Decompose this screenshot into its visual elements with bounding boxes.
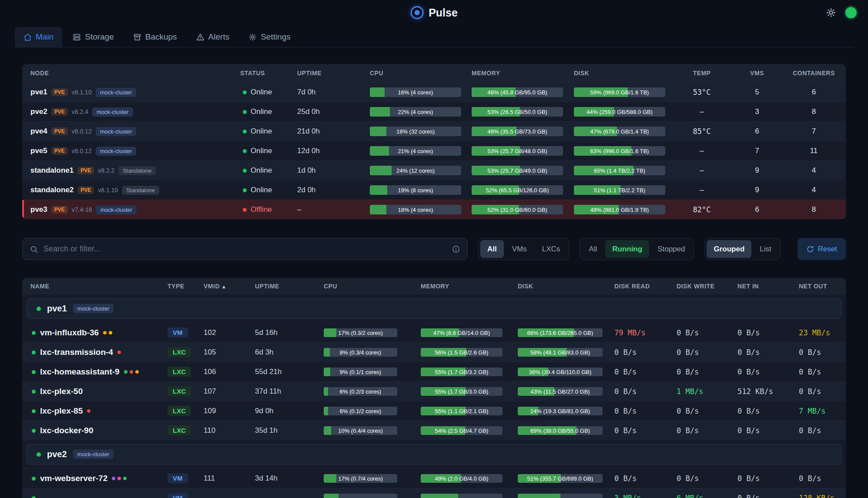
column-header-net-in[interactable]: NET IN xyxy=(733,283,794,290)
column-header-net-out[interactable]: NET OUT xyxy=(794,283,846,290)
sort-ascending-icon: ▲ xyxy=(221,284,226,289)
guest-type-badge: VM xyxy=(168,493,188,498)
refresh-icon xyxy=(806,245,814,253)
node-row[interactable]: pve5 PVE v8.0.12 mock-cluster Online 12d… xyxy=(22,141,846,160)
net-out-value: 0 B/s xyxy=(794,474,846,483)
column-header-disk-read[interactable]: DISK READ xyxy=(610,283,672,290)
node-row[interactable]: pve3 PVE v7.4-18 mock-cluster Offline – … xyxy=(22,200,846,219)
cpu-usage-bar: 24% (12 cores) xyxy=(370,166,461,175)
tab-storage[interactable]: Storage xyxy=(64,27,123,47)
guest-cpu-bar: 17% (0.3/2 cores) xyxy=(324,328,397,337)
node-row[interactable]: pve4 PVE v8.0.12 mock-cluster Online 21d… xyxy=(22,121,846,141)
node-group-header[interactable]: pve1 mock-cluster xyxy=(22,294,846,323)
group-cluster-badge: mock-cluster xyxy=(73,450,114,459)
filter-option-lxcs[interactable]: LXCs xyxy=(535,240,567,258)
disk-write-value: 0 B/s xyxy=(672,426,733,435)
guest-status-dot xyxy=(32,496,36,498)
column-header-vms[interactable]: VMS xyxy=(732,70,782,77)
node-row[interactable]: standalone1 PVE v8.2.2 Standalone Online… xyxy=(22,160,846,180)
reset-button[interactable]: Reset xyxy=(798,238,846,260)
node-name: standalone2 xyxy=(30,186,74,194)
column-header-name[interactable]: NAME xyxy=(22,283,163,290)
tab-backups[interactable]: Backups xyxy=(124,27,186,47)
guest-type-badge: VM xyxy=(168,328,188,338)
pve-badge: PVE xyxy=(77,186,94,194)
guest-uptime: 9d 0h xyxy=(251,407,319,415)
guest-row[interactable]: lxc-plex-50 LXC 107 37d 11h 6% (0.2/3 co… xyxy=(22,381,846,401)
column-header-guest-disk[interactable]: DISK xyxy=(513,283,610,290)
column-header-type[interactable]: TYPE xyxy=(163,283,199,290)
column-header-temp[interactable]: TEMP xyxy=(671,70,732,77)
guest-type-badge: LXC xyxy=(168,367,191,377)
alert-dot-green xyxy=(124,370,127,374)
node-row[interactable]: pve2 PVE v8.2.4 mock-cluster Online 25d … xyxy=(22,102,846,121)
guest-memory-bar: 56% (1.5 GB/2.6 GB) xyxy=(421,348,503,357)
node-temp: 85°C xyxy=(671,127,732,136)
guest-memory-bar: 49% (2.0 GB/4.0 GB) xyxy=(421,474,503,483)
cpu-usage-bar: 22% (4 cores) xyxy=(370,107,461,117)
guest-status-dot xyxy=(32,390,36,394)
column-header-containers[interactable]: CONTAINERS xyxy=(782,70,846,77)
tab-alerts[interactable]: Alerts xyxy=(188,27,238,47)
column-header-vmid[interactable]: VMID▲ xyxy=(199,283,251,290)
column-header-disk-write[interactable]: DISK WRITE xyxy=(672,283,733,290)
pulse-logo-icon xyxy=(410,6,423,19)
view-filter: GroupedList xyxy=(704,238,780,260)
column-header-guest-cpu[interactable]: CPU xyxy=(319,283,416,290)
column-header-status[interactable]: STATUS xyxy=(236,70,293,77)
status-dot xyxy=(243,208,247,212)
search-input[interactable] xyxy=(44,244,446,254)
node-temp: 82°C xyxy=(671,205,732,214)
filter-option-vms[interactable]: VMs xyxy=(505,240,534,258)
tab-main[interactable]: Main xyxy=(15,27,62,47)
pve-badge: PVE xyxy=(51,108,68,116)
filter-option-grouped[interactable]: Grouped xyxy=(707,240,751,258)
disk-read-value: 0 B/s xyxy=(610,387,672,396)
cluster-badge: mock-cluster xyxy=(96,127,137,136)
column-header-disk[interactable]: DISK xyxy=(570,70,671,77)
guest-row[interactable]: lxc-transmission-4 LXC 105 6d 3h 8% (0.3… xyxy=(22,342,846,362)
info-icon[interactable] xyxy=(452,245,460,254)
node-row[interactable]: pve1 PVE v8.1.10 mock-cluster Online 7d … xyxy=(22,82,846,102)
guest-disk-bar: 58% (48.1 GB/83.0 GB) xyxy=(518,348,603,357)
net-out-value: 0 B/s xyxy=(794,368,846,376)
node-vm-count: 3 xyxy=(732,107,782,116)
disk-write-value: 6 MB/s xyxy=(672,494,733,498)
column-header-uptime[interactable]: UPTIME xyxy=(293,70,365,77)
guest-row[interactable]: VM 3 MB/s 6 MB/s 0 B/s 128 KB/s xyxy=(22,488,846,498)
guests-table-body: pve1 mock-cluster vm-influxdb-36 VM 102 … xyxy=(22,294,846,498)
memory-usage-bar: 52% (31.0 GB/60.0 GB) xyxy=(472,205,563,214)
guest-row[interactable]: lxc-docker-90 LXC 110 35d 1h 10% (0.4/4 … xyxy=(22,421,846,440)
filter-option-all[interactable]: All xyxy=(582,240,604,258)
connection-status-indicator[interactable] xyxy=(845,7,857,18)
filter-option-running[interactable]: Running xyxy=(605,240,649,258)
node-group-header[interactable]: pve2 mock-cluster xyxy=(22,440,846,468)
guest-type-badge: VM xyxy=(168,473,188,483)
guest-disk-bar xyxy=(518,494,603,498)
guest-row[interactable]: lxc-homeassistant-9 LXC 106 55d 21h 9% (… xyxy=(22,362,846,381)
guest-memory-bar: 54% (2.5 GB/4.7 GB) xyxy=(421,426,503,435)
node-container-count: 4 xyxy=(782,166,846,175)
column-header-memory[interactable]: MEMORY xyxy=(467,70,570,77)
column-header-guest-memory[interactable]: MEMORY xyxy=(416,283,513,290)
guest-row[interactable]: vm-webserver-72 VM 111 3d 14h 17% (0.7/4… xyxy=(22,468,846,488)
guest-cpu-bar: 10% (0.4/4 cores) xyxy=(324,426,397,435)
guests-table-header: NAME TYPE VMID▲ UPTIME CPU MEMORY DISK D… xyxy=(22,278,846,294)
tab-settings[interactable]: Settings xyxy=(240,27,299,47)
status-dot xyxy=(243,188,247,192)
guest-type-badge: LXC xyxy=(168,386,191,396)
guest-row[interactable]: lxc-plex-85 LXC 109 9d 0h 6% (0.1/2 core… xyxy=(22,401,846,421)
column-header-guest-uptime[interactable]: UPTIME xyxy=(251,283,319,290)
filter-option-stopped[interactable]: Stopped xyxy=(650,240,692,258)
theme-toggle-button[interactable] xyxy=(826,8,836,17)
column-header-cpu[interactable]: CPU xyxy=(365,70,467,77)
filter-option-list[interactable]: List xyxy=(753,240,778,258)
filter-option-all[interactable]: All xyxy=(480,240,504,258)
guest-name: lxc-docker-90 xyxy=(40,426,94,435)
column-header-node[interactable]: NODE xyxy=(22,70,236,77)
cpu-usage-bar: 16% (4 cores) xyxy=(370,87,461,97)
cluster-badge: Standalone xyxy=(122,186,159,195)
guest-status-dot xyxy=(32,429,36,433)
guest-row[interactable]: vm-influxdb-36 VM 102 5d 16h 17% (0.3/2 … xyxy=(22,323,846,342)
node-row[interactable]: standalone2 PVE v8.1.10 Standalone Onlin… xyxy=(22,180,846,200)
